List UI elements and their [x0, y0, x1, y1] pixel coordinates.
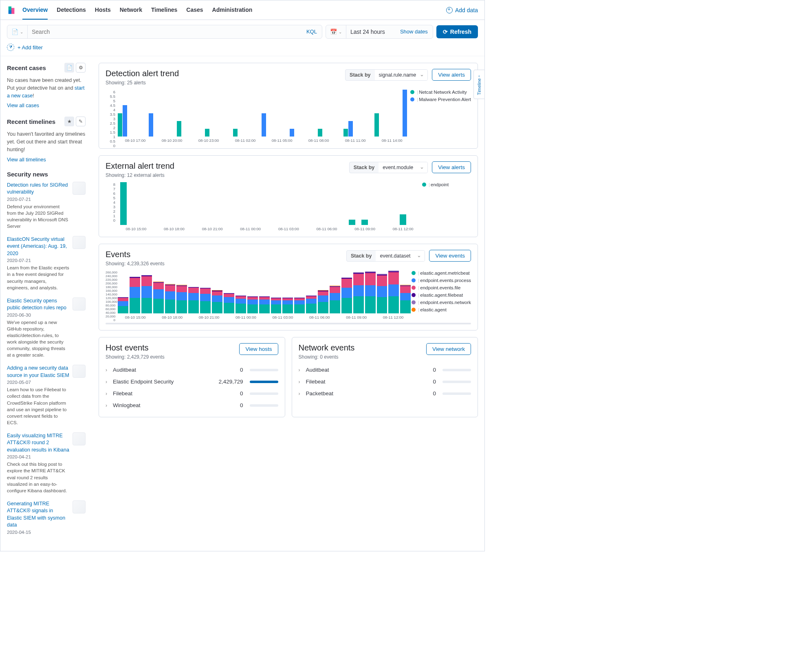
- external-title: External alert trend: [106, 161, 174, 171]
- detection-subtitle: Showing: 25 alerts: [106, 80, 179, 86]
- progress-bar: [250, 392, 278, 395]
- news-thumbnail: [73, 432, 86, 445]
- timeline-flyout-button[interactable]: ‹ Timeline: [473, 70, 485, 99]
- news-item: Easily visualizing MITRE ATT&CK® round 2…: [7, 432, 86, 494]
- legend-item[interactable]: |endpoint: [422, 182, 471, 187]
- view-network-button[interactable]: View network: [426, 343, 471, 355]
- external-subtitle: Showing: 12 external alerts: [106, 172, 174, 178]
- cases-config-icon[interactable]: ⚙: [76, 63, 86, 73]
- legend-item[interactable]: |Netcat Network Activity: [410, 90, 471, 95]
- filter-options-icon[interactable]: ⧩: [7, 44, 14, 51]
- external-stackby-select[interactable]: event.module: [379, 162, 427, 173]
- tab-overview[interactable]: Overview: [22, 1, 48, 20]
- view-hosts-button[interactable]: View hosts: [239, 343, 278, 355]
- kql-button[interactable]: KQL: [302, 25, 322, 38]
- chevron-right-icon: ›: [106, 391, 110, 397]
- recent-cases-title: Recent cases: [7, 64, 46, 71]
- detection-stackby-select[interactable]: signal.rule.name: [375, 70, 428, 80]
- news-link[interactable]: Elastic Security opens public detection …: [7, 297, 69, 312]
- news-link[interactable]: Detection rules for SIGRed vulnerability: [7, 182, 69, 196]
- legend-item[interactable]: |elastic.agent.filebeat: [412, 293, 471, 297]
- source-row[interactable]: › Filebeat 0: [106, 388, 278, 399]
- time-range-button[interactable]: Last 24 hours: [346, 25, 395, 38]
- news-link[interactable]: Adding a new security data source in you…: [7, 365, 69, 379]
- recent-cases-text: No cases have been created yet. Put your…: [7, 77, 86, 99]
- refresh-icon: ⟳: [443, 29, 448, 35]
- add-data-button[interactable]: Add data: [446, 7, 478, 13]
- source-row[interactable]: › Auditbeat 0: [299, 364, 471, 376]
- news-item: Generating MITRE ATT&CK® signals in Elas…: [7, 500, 86, 536]
- progress-bar: [442, 392, 471, 395]
- legend-item[interactable]: |elastic.agent.metricbeat: [412, 271, 471, 275]
- chevron-right-icon: ›: [299, 379, 303, 385]
- progress-bar: [442, 381, 471, 383]
- progress-bar: [442, 369, 471, 371]
- chevron-right-icon: ›: [299, 391, 303, 397]
- chevron-right-icon: ›: [106, 403, 110, 408]
- news-link[interactable]: Generating MITRE ATT&CK® signals in Elas…: [7, 500, 69, 529]
- view-alerts-button[interactable]: View alerts: [432, 161, 471, 173]
- events-title: Events: [106, 250, 165, 259]
- view-all-cases-link[interactable]: View all cases: [7, 103, 86, 108]
- host-events-panel: Host events Showing: 2,429,729 events Vi…: [99, 337, 285, 417]
- edit-icon[interactable]: ✎: [76, 117, 86, 126]
- progress-bar: [250, 404, 278, 407]
- source-row[interactable]: › Auditbeat 0: [106, 364, 278, 376]
- view-all-timelines-link[interactable]: View all timelines: [7, 157, 86, 163]
- news-item: Elastic Security opens public detection …: [7, 297, 86, 359]
- source-row[interactable]: › Filebeat 0: [299, 376, 471, 388]
- legend-item[interactable]: |endpoint.events.network: [412, 300, 471, 305]
- search-options-button[interactable]: 📄⌄: [7, 25, 28, 38]
- news-link[interactable]: Easily visualizing MITRE ATT&CK® round 2…: [7, 432, 69, 454]
- tab-cases[interactable]: Cases: [186, 1, 203, 20]
- add-filter-button[interactable]: + Add filter: [18, 44, 43, 51]
- news-thumbnail: [73, 365, 86, 378]
- external-trend-panel: External alert trend Showing: 12 externa…: [99, 155, 478, 237]
- refresh-button[interactable]: ⟳Refresh: [436, 25, 478, 38]
- news-thumbnail: [73, 182, 86, 195]
- chevron-right-icon: ›: [106, 367, 110, 373]
- news-thumbnail: [73, 236, 86, 249]
- plus-circle-icon: [446, 7, 453, 13]
- tab-administration[interactable]: Administration: [212, 1, 253, 20]
- app-tabbar: OverviewDetectionsHostsNetworkTimelinesC…: [0, 0, 484, 20]
- tab-hosts[interactable]: Hosts: [95, 1, 111, 20]
- chevron-right-icon: ›: [106, 379, 110, 385]
- news-item: ElasticON Security virtual event (Americ…: [7, 236, 86, 291]
- tab-detections[interactable]: Detections: [57, 1, 86, 20]
- chevron-right-icon: ›: [299, 367, 303, 373]
- events-panel: Events Showing: 4,239,326 events Stack b…: [99, 244, 478, 330]
- progress-bar: [250, 381, 278, 383]
- events-stackby-select[interactable]: event.dataset: [376, 251, 425, 261]
- security-news-title: Security news: [7, 171, 48, 178]
- search-input[interactable]: [28, 25, 302, 38]
- tab-timelines[interactable]: Timelines: [151, 1, 177, 20]
- cases-add-icon[interactable]: 📄: [64, 63, 74, 73]
- tab-network[interactable]: Network: [120, 1, 142, 20]
- favorite-icon[interactable]: ★: [64, 117, 74, 126]
- view-events-button[interactable]: View events: [429, 250, 471, 262]
- news-link[interactable]: ElasticON Security virtual event (Americ…: [7, 236, 69, 258]
- view-alerts-button[interactable]: View alerts: [432, 69, 471, 81]
- legend-item[interactable]: |Malware Prevention Alert: [410, 97, 471, 102]
- app-logo-icon: [7, 6, 16, 15]
- events-subtitle: Showing: 4,239,326 events: [106, 261, 165, 267]
- detection-title: Detection alert trend: [106, 69, 179, 78]
- news-thumbnail: [73, 500, 86, 513]
- date-quick-button[interactable]: 📅⌄: [326, 25, 346, 38]
- news-item: Adding a new security data source in you…: [7, 365, 86, 426]
- source-row[interactable]: › Packetbeat 0: [299, 388, 471, 399]
- legend-item[interactable]: |elastic.agent: [412, 307, 471, 312]
- search-bar: 📄⌄ KQL: [7, 25, 322, 39]
- progress-bar: [250, 369, 278, 371]
- network-events-panel: Network events Showing: 0 events View ne…: [292, 337, 478, 417]
- recent-timelines-title: Recent timelines: [7, 118, 55, 125]
- legend-item[interactable]: |endpoint.events.file: [412, 285, 471, 290]
- source-row[interactable]: › Elastic Endpoint Security 2,429,729: [106, 376, 278, 388]
- news-item: Detection rules for SIGRed vulnerability…: [7, 182, 86, 229]
- legend-item[interactable]: |endpoint.events.process: [412, 278, 471, 283]
- source-row[interactable]: › Winlogbeat 0: [106, 399, 278, 411]
- detection-trend-panel: Detection alert trend Showing: 25 alerts…: [99, 63, 478, 149]
- legend-scrollbar[interactable]: [106, 323, 471, 324]
- show-dates-button[interactable]: Show dates: [395, 25, 433, 38]
